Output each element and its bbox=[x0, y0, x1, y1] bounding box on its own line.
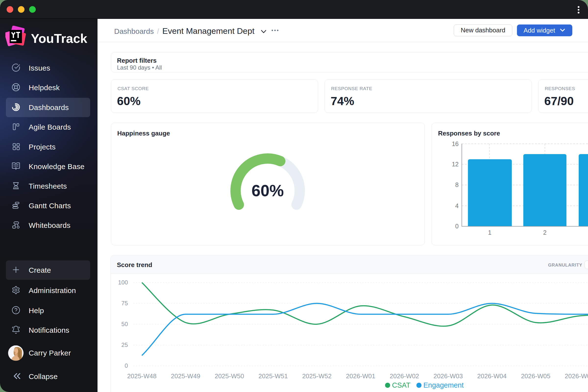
svg-text:4: 4 bbox=[455, 202, 459, 209]
svg-text:50: 50 bbox=[121, 321, 128, 327]
svg-text:60%: 60% bbox=[251, 182, 284, 200]
svg-text:2026-W01: 2026-W01 bbox=[346, 372, 375, 380]
svg-text:2025-W51: 2025-W51 bbox=[258, 372, 288, 380]
svg-text:2025-W52: 2025-W52 bbox=[302, 372, 332, 380]
svg-text:2025-W48: 2025-W48 bbox=[127, 372, 156, 380]
svg-text:2026-W04: 2026-W04 bbox=[477, 372, 507, 380]
svg-text:0: 0 bbox=[125, 362, 128, 369]
svg-text:2026-W05: 2026-W05 bbox=[521, 372, 550, 380]
svg-text:2025-W50: 2025-W50 bbox=[214, 372, 244, 380]
svg-text:75: 75 bbox=[121, 300, 128, 306]
svg-text:12: 12 bbox=[452, 161, 459, 168]
svg-text:25: 25 bbox=[121, 342, 128, 348]
svg-text:2026-W02: 2026-W02 bbox=[390, 372, 419, 380]
svg-text:CSAT: CSAT bbox=[392, 381, 410, 389]
svg-text:0: 0 bbox=[455, 223, 459, 230]
svg-text:1: 1 bbox=[488, 229, 492, 236]
svg-text:100: 100 bbox=[118, 279, 128, 286]
svg-text:2026-W06: 2026-W06 bbox=[565, 372, 588, 380]
svg-text:8: 8 bbox=[455, 181, 459, 188]
svg-text:2025-W49: 2025-W49 bbox=[171, 372, 200, 380]
svg-text:Engagement: Engagement bbox=[423, 381, 464, 389]
svg-text:2: 2 bbox=[543, 229, 546, 236]
svg-text:2026-W03: 2026-W03 bbox=[434, 372, 463, 380]
svg-text:16: 16 bbox=[452, 140, 459, 147]
